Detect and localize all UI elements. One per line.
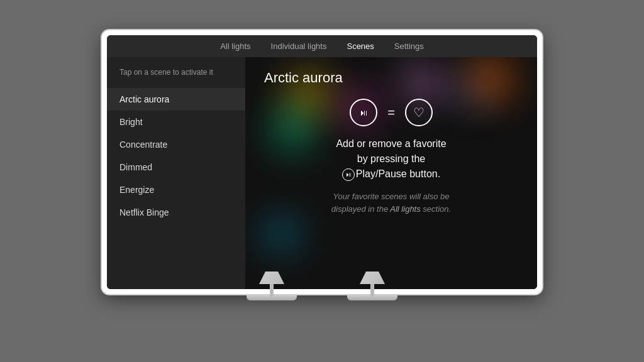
scene-item-dimmed[interactable]: Dimmed: [107, 156, 245, 178]
equals-icon: =: [387, 106, 395, 120]
stand-feet: [247, 295, 397, 300]
play-pause-icon: ⏯: [350, 99, 377, 126]
heart-symbol: ♡: [413, 105, 425, 120]
main-content: Tap on a scene to activate it Arctic aur…: [107, 57, 537, 289]
stand-foot-right: [347, 295, 397, 300]
scene-item-arctic-aurora[interactable]: Arctic aurora: [107, 88, 245, 111]
heart-icon: ♡: [405, 99, 433, 126]
tv-screen: All lights Individual lights Scenes Sett…: [107, 35, 537, 289]
nav-all-lights[interactable]: All lights: [220, 41, 250, 51]
scene-detail: Arctic aurora ⏯ = ♡: [245, 57, 537, 289]
nav-settings[interactable]: Settings: [394, 41, 424, 51]
tv-screen-wrapper: All lights Individual lights Scenes Sett…: [102, 30, 542, 294]
scene-item-concentrate[interactable]: Concentrate: [107, 133, 245, 156]
scene-list: Tap on a scene to activate it Arctic aur…: [107, 57, 245, 289]
scene-item-energize[interactable]: Energize: [107, 178, 245, 201]
scene-title: Arctic aurora: [264, 70, 518, 86]
stand-foot-left: [247, 295, 297, 300]
favorite-text: Add or remove a favoriteby pressing the …: [336, 136, 446, 182]
tv-stand: [247, 294, 397, 300]
favorite-sub-end: section.: [423, 204, 451, 214]
scene-item-bright[interactable]: Bright: [107, 111, 245, 133]
nav-scenes[interactable]: Scenes: [347, 41, 374, 51]
nav-individual-lights[interactable]: Individual lights: [271, 41, 327, 51]
play-inline-icon: ⏯: [342, 168, 355, 181]
play-pause-label: Play/Pause button.: [356, 168, 440, 179]
scene-item-netflix-binge[interactable]: Netflix Binge: [107, 201, 245, 224]
play-pause-symbol: ⏯: [359, 107, 368, 118]
bokeh-6: [264, 217, 299, 251]
favorite-icons-row: ⏯ = ♡: [350, 99, 433, 126]
tv-container: All lights Individual lights Scenes Sett…: [96, 30, 548, 332]
scene-detail-content: Arctic aurora ⏯ = ♡: [264, 70, 518, 215]
all-lights-link: All lights: [390, 204, 420, 214]
nav-bar: All lights Individual lights Scenes Sett…: [107, 35, 537, 57]
favorite-section: ⏯ = ♡ Add or remove a favoriteby pressin…: [264, 99, 518, 215]
scene-list-hint: Tap on a scene to activate it: [107, 67, 245, 88]
favorite-sub: Your favorite scenes will also bedisplay…: [331, 190, 451, 215]
